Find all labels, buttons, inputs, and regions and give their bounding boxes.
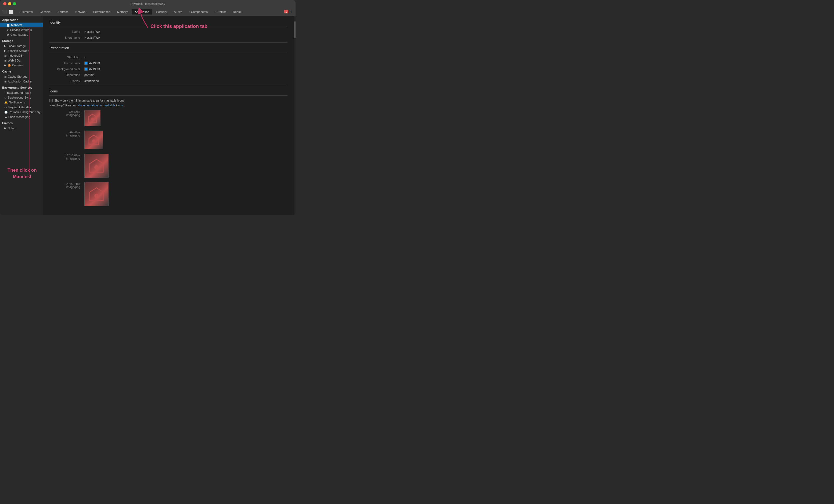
sidebar-item-service-workers[interactable]: ⚙ Service Workers — [0, 27, 43, 32]
tab-sources[interactable]: Sources — [54, 9, 71, 15]
icon-128-img — [84, 154, 109, 178]
more-options-icon[interactable]: ⋮ — [290, 10, 293, 14]
tab-security[interactable]: Security — [153, 9, 170, 15]
icon-72-size: 72×72px — [49, 110, 80, 113]
sidebar-item-indexeddb[interactable]: ⊞ IndexedDB — [0, 53, 43, 58]
app-cache-icon: ⊞ — [4, 80, 6, 83]
sidebar-item-periodic-bg-sync[interactable]: 🕐 Periodic Background Sy... — [0, 110, 43, 114]
short-name-value: Nextjs PWA — [84, 36, 100, 39]
icon-row-128: 128×128px image/png — [49, 154, 287, 178]
manifest-icon: 📄 — [6, 24, 10, 27]
service-workers-icon: ⚙ — [6, 28, 9, 31]
sidebar-item-local-storage[interactable]: ▶ Local Storage — [0, 44, 43, 48]
icon-128-size: 128×128px — [49, 154, 80, 157]
section-divider-1 — [49, 42, 287, 43]
icon-144-svg — [86, 183, 107, 205]
maskable-checkbox-label: Show only the minimum safe area for mask… — [54, 99, 124, 102]
theme-color-value: #2196f3 — [84, 62, 100, 65]
sidebar-item-cookies[interactable]: ▶ 🍪 Cookies — [0, 63, 43, 68]
sidebar-item-session-storage-label: Session Storage — [7, 49, 29, 52]
icon-72-type: image/png — [49, 113, 80, 116]
close-button[interactable] — [3, 2, 6, 5]
sidebar-item-payment-handler-label: Payment Handler — [8, 106, 31, 109]
maskable-checkbox-row: Show only the minimum safe area for mask… — [49, 99, 287, 102]
sidebar-item-payment-handler[interactable]: 🗂 Payment Handler — [0, 105, 43, 110]
minimize-button[interactable] — [8, 2, 11, 5]
sidebar-item-background-sync[interactable]: ↻ Background Sync — [0, 95, 43, 100]
sidebar-item-push-messaging-label: Push Messaging — [8, 115, 30, 118]
tab-audits[interactable]: Audits — [171, 9, 185, 15]
sidebar-item-clear-storage[interactable]: 🗑 Clear storage — [0, 32, 43, 37]
sidebar-item-background-fetch[interactable]: ↕ Background Fetch — [0, 90, 43, 95]
sidebar-item-push-messaging[interactable]: ☁ Push Messaging — [0, 114, 43, 119]
short-name-label: Short name — [49, 36, 84, 39]
tab-redux[interactable]: Redux — [230, 9, 245, 15]
sidebar-item-cache-storage[interactable]: ⊞ Cache Storage — [0, 74, 43, 79]
inspect-icon[interactable]: ⬛ — [2, 10, 7, 14]
sidebar-item-manifest-label: Manifest — [11, 23, 22, 27]
tab-application[interactable]: Application — [132, 9, 153, 15]
tab-bar: ⬛ ⬜ Elements Console Sources Network Per… — [0, 7, 295, 16]
tab-memory[interactable]: Memory — [114, 9, 131, 15]
name-value: Nextjs PWA — [84, 30, 100, 33]
orientation-value: portrait — [84, 73, 93, 76]
icon-144-meta: 144×144px image/png — [49, 182, 84, 189]
icon-row-72: 72×72px image/png — [49, 110, 287, 126]
help-text-suffix: . — [124, 104, 125, 107]
device-icon[interactable]: ⬜ — [9, 10, 14, 14]
tab-performance[interactable]: Performance — [90, 9, 113, 15]
sidebar-item-application-cache[interactable]: ⊞ Application Cache — [0, 79, 43, 84]
section-divider-2 — [49, 86, 287, 86]
icon-144-type: image/png — [49, 185, 80, 189]
bg-sync-icon: ↻ — [4, 96, 6, 99]
help-text: Need help? Read our documentation on mas… — [49, 104, 287, 107]
icon-128-type: image/png — [49, 157, 80, 160]
bg-color-value: #2196f3 — [84, 67, 100, 71]
theme-color-swatch — [84, 62, 88, 65]
frame-icon: ☐ — [7, 127, 10, 130]
section-identity-title: Identity — [49, 20, 287, 27]
sidebar-section-frames: Frames — [0, 119, 43, 126]
short-name-row: Short name Nextjs PWA — [49, 36, 287, 39]
icon-96-svg — [86, 132, 102, 148]
section-presentation-title: Presentation — [49, 46, 287, 52]
svg-point-2 — [94, 165, 98, 170]
tab-bar-end: 1 ⋮ — [284, 10, 293, 14]
title-bar: DevTools - localhost:3000/ — [0, 0, 295, 7]
sidebar-section-cache: Cache — [0, 68, 43, 74]
sidebar-item-notifications-label: Notifications — [9, 101, 25, 104]
icon-72-img — [84, 110, 101, 126]
icon-128-meta: 128×128px image/png — [49, 154, 84, 160]
local-storage-arrow: ▶ — [4, 45, 6, 47]
sidebar-item-session-storage[interactable]: ▶ Session Storage — [0, 48, 43, 53]
session-storage-arrow: ▶ — [4, 49, 6, 52]
tab-profiler[interactable]: Profiler — [212, 9, 229, 15]
bg-color-swatch — [84, 67, 88, 71]
sidebar-item-web-sql[interactable]: ⊞ Web SQL — [0, 58, 43, 63]
sidebar-item-frame-top[interactable]: ▶ ☐ top — [0, 126, 43, 131]
help-link[interactable]: documentation on maskable icons — [79, 104, 123, 107]
devtools-icons: ⬛ ⬜ — [2, 10, 14, 14]
tab-network[interactable]: Network — [72, 9, 89, 15]
tab-components[interactable]: Components — [186, 9, 211, 15]
tab-console[interactable]: Console — [37, 9, 54, 15]
notifications-icon: 🔔 — [4, 101, 7, 104]
sidebar-item-local-storage-label: Local Storage — [7, 44, 26, 47]
icon-row-96: 96×96px image/png — [49, 131, 287, 149]
cookies-icon: 🍪 — [7, 64, 11, 67]
sidebar-item-periodic-bg-sync-label: Periodic Background Sy... — [9, 110, 43, 114]
tab-elements[interactable]: Elements — [17, 9, 36, 15]
sidebar-section-application: Application — [0, 16, 43, 23]
sidebar: Application 📄 Manifest ⚙ Service Workers… — [0, 16, 43, 215]
sidebar-item-notifications[interactable]: 🔔 Notifications — [0, 100, 43, 105]
sidebar-item-manifest[interactable]: 📄 Manifest — [0, 23, 43, 27]
orientation-row: Orientation portrait — [49, 73, 287, 76]
scrollbar-right[interactable] — [294, 16, 295, 215]
sidebar-section-background: Background Services — [0, 84, 43, 90]
sidebar-section-storage: Storage — [0, 37, 43, 44]
name-label: Name — [49, 30, 84, 33]
theme-color-label: Theme color — [49, 62, 84, 65]
maximize-button[interactable] — [13, 2, 16, 5]
maskable-checkbox[interactable] — [49, 99, 53, 102]
scrollbar-thumb[interactable] — [294, 21, 295, 38]
